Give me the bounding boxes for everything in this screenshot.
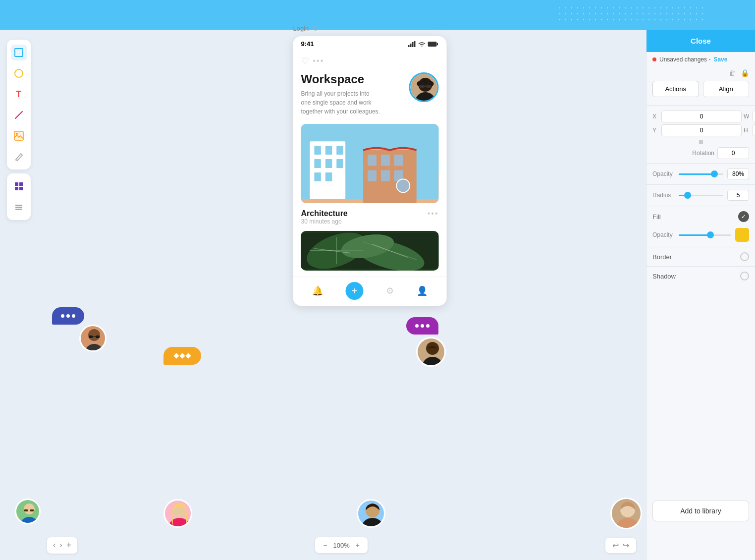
nav-add-btn[interactable]: +	[66, 540, 72, 551]
status-icons	[408, 41, 439, 47]
avatar-bottom-1	[15, 499, 41, 524]
add-nav-button[interactable]: +	[346, 282, 364, 300]
nav-controls: ‹ › +	[47, 537, 77, 554]
phone-container: Login ⚙ 9:41	[293, 25, 447, 306]
phone-time: 9:41	[301, 40, 314, 48]
workspace-section: Workspace Bring all your projects into o…	[301, 72, 439, 116]
zoom-controls: − 100% +	[315, 537, 368, 553]
phone-label: Login ⚙	[293, 25, 447, 32]
yellow-chat-bubble	[163, 347, 201, 365]
bubble-diamonds	[174, 354, 190, 358]
add-library-button[interactable]: Add to library	[652, 501, 749, 521]
tool-image[interactable]	[11, 128, 27, 144]
zoom-plus-btn[interactable]: +	[354, 540, 362, 550]
svg-rect-36	[314, 172, 321, 181]
w-label: W	[744, 113, 751, 120]
radius-track[interactable]	[679, 195, 723, 196]
rotation-input[interactable]	[717, 147, 749, 159]
rotation-label: Rotation	[692, 150, 714, 157]
toolbar-panel-bottom	[7, 173, 31, 220]
avatar-blue-bubble	[79, 325, 107, 352]
radius-value[interactable]	[727, 190, 749, 201]
workspace-title: Workspace	[301, 72, 380, 86]
shadow-toggle[interactable]	[740, 272, 749, 280]
rotation-row: Rotation	[647, 145, 755, 161]
close-button[interactable]: Close	[647, 30, 755, 52]
leaf-card	[301, 231, 439, 271]
tool-rectangle[interactable]	[11, 45, 27, 60]
tool-pen[interactable]	[11, 107, 27, 123]
y-label: Y	[652, 127, 659, 134]
page-label-text: Login	[293, 25, 309, 32]
blue-chat-bubble	[52, 307, 84, 325]
card-more-icon[interactable]: •••	[428, 209, 439, 218]
save-link[interactable]: Save	[713, 56, 727, 63]
svg-rect-15	[412, 42, 414, 47]
user-avatar	[409, 72, 439, 102]
nav-prev-btn[interactable]: ‹	[53, 541, 55, 550]
card-image	[301, 124, 439, 203]
diamond-3	[185, 353, 191, 358]
undo-btn[interactable]: ↩	[612, 541, 619, 550]
tool-pencil[interactable]	[11, 149, 27, 165]
svg-rect-33	[314, 159, 321, 168]
radius-row: Radius	[647, 187, 755, 204]
unsaved-dot	[652, 57, 656, 61]
tool-grid[interactable]	[11, 178, 27, 194]
x-label: X	[652, 113, 659, 120]
opacity-track[interactable]	[679, 173, 723, 175]
opacity-thumb[interactable]	[711, 170, 718, 177]
tool-circle[interactable]	[11, 65, 27, 81]
border-toggle[interactable]	[740, 252, 749, 261]
opacity-value[interactable]	[727, 168, 749, 179]
battery-icon	[428, 41, 439, 47]
bell-nav-icon[interactable]: 🔔	[312, 285, 323, 296]
nav-next-btn[interactable]: ›	[59, 541, 62, 550]
align-tab[interactable]: Align	[703, 81, 750, 97]
fill-opacity-track[interactable]	[679, 234, 731, 236]
y-input[interactable]	[661, 124, 742, 136]
border-row: Border	[647, 249, 755, 264]
tool-text[interactable]: T	[11, 86, 27, 102]
bubble-dot-4	[415, 324, 419, 328]
signal-icon	[408, 41, 416, 47]
workspace-text: Workspace Bring all your projects into o…	[301, 72, 380, 116]
tool-layers[interactable]	[11, 199, 27, 215]
h-input[interactable]	[753, 124, 755, 136]
fill-check[interactable]: ✓	[738, 211, 749, 222]
svg-rect-30	[314, 146, 321, 155]
more-dots-icon[interactable]: •••	[313, 56, 324, 65]
toolbar-panel-top: T	[7, 40, 31, 169]
fill-color-swatch[interactable]	[735, 228, 749, 242]
opacity-row: Opacity	[647, 166, 755, 182]
fill-opacity-fill	[679, 234, 710, 236]
actions-tab[interactable]: Actions	[652, 81, 699, 97]
opacity-fill	[679, 173, 714, 175]
x-input[interactable]	[661, 111, 742, 122]
svg-rect-68	[30, 509, 34, 511]
bubble-dot-6	[426, 324, 430, 328]
heart-icon[interactable]: ♡	[301, 56, 309, 66]
building-svg	[301, 124, 439, 203]
lock-icon[interactable]: 🔒	[741, 69, 749, 77]
radius-thumb[interactable]	[684, 192, 691, 199]
delete-icon[interactable]: 🗑	[729, 69, 736, 77]
divider-4	[647, 206, 755, 206]
card-title: Architecture	[301, 209, 348, 218]
avatar-bottom-2	[163, 499, 192, 528]
diamond-2	[179, 353, 185, 358]
h-cell: H	[744, 124, 755, 136]
workspace-desc: Bring all your projects into one single …	[301, 89, 380, 116]
w-input[interactable]	[753, 111, 755, 122]
settings-nav-icon[interactable]: ⚙	[386, 285, 394, 296]
redo-btn[interactable]: ↪	[623, 541, 629, 550]
svg-point-1	[15, 69, 23, 77]
svg-rect-0	[15, 49, 23, 56]
panel-icons-row: 🗑 🔒	[647, 67, 755, 81]
card-time: 30 minutes ago	[301, 218, 348, 225]
profile-nav-icon[interactable]: 👤	[417, 285, 428, 296]
fill-opacity-row: Opacity	[647, 225, 755, 245]
fill-opacity-thumb[interactable]	[707, 231, 714, 238]
phone-bottom-nav: 🔔 + ⚙ 👤	[293, 277, 447, 306]
zoom-minus-btn[interactable]: −	[321, 540, 329, 550]
